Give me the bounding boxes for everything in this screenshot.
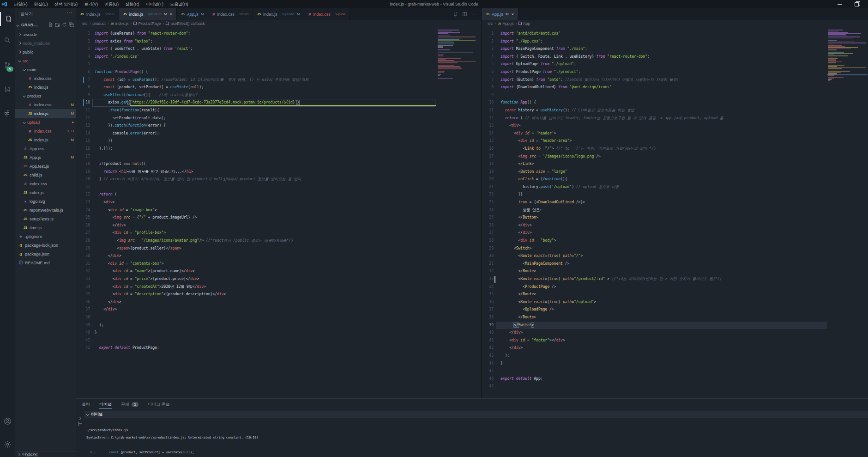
code-line[interactable]: 32 </Route> <box>482 268 827 275</box>
code-line[interactable]: 21 <box>76 183 436 191</box>
code-line[interactable]: 29 <Switch> <box>482 245 827 253</box>
code-line[interactable]: 39 </Switch> <box>482 322 827 329</box>
breadcrumb-item[interactable]: useEffect() callback <box>170 21 205 26</box>
code-line[interactable]: 24 <div id = "image-box"> <box>76 207 436 214</box>
code-line[interactable]: 42 export default ProductPage; <box>76 344 436 352</box>
code-line[interactable]: 24 상품 업로드 <box>482 207 827 214</box>
code-line[interactable]: 35 </Route> <box>482 291 827 299</box>
code-line[interactable]: 14 console.error(error); <box>76 130 436 138</box>
breadcrumb-item[interactable]: App.js <box>503 21 514 26</box>
tab-App.js[interactable]: JSApp.jsM× <box>482 8 518 20</box>
tree-item-index.css[interactable]: #index.css <box>15 74 76 83</box>
menu-item-0[interactable]: 파일(F) <box>11 0 31 8</box>
code-line[interactable]: 32 <div id = "name">{product.name}</div> <box>76 268 436 275</box>
code-line[interactable]: 27 </div> <box>482 229 827 237</box>
tree-item-package.json[interactable]: {}package.json <box>15 250 76 258</box>
run-debug-icon[interactable] <box>0 82 15 96</box>
menu-item-6[interactable]: 터미널(T) <box>143 0 167 8</box>
code-line[interactable]: 2import axios from "axios"; <box>76 38 436 46</box>
tab-index.css[interactable]: #index.css...\uploa <box>304 8 350 20</box>
tree-item-App.css[interactable]: #App.css <box>15 144 76 153</box>
code-line[interactable]: 38 </Route> <box>482 314 827 322</box>
code-line[interactable]: 46export default App; <box>482 375 827 383</box>
tree-item-time.js[interactable]: JStime.js <box>15 223 76 232</box>
code-line[interactable]: 39 ); <box>76 322 436 329</box>
panel-tab-문제[interactable]: 문제3 <box>121 399 139 410</box>
code-line[interactable]: 7 const {id} = useParams(); //useParams:… <box>76 76 436 84</box>
close-icon[interactable]: × <box>512 12 514 17</box>
code-line[interactable]: 9 useEffect(function(){ //왜 state사용할까? <box>76 91 436 99</box>
tree-item-README.md[interactable]: ⓘREADME.md <box>15 258 76 267</box>
code-line[interactable]: 31 <MainPageComponent /> <box>482 260 827 268</box>
code-line[interactable]: 20 } // axios가 비동기 처리이기에, 정보를 받기 전 produ… <box>76 176 436 183</box>
code-line[interactable]: 47 <box>482 383 827 390</box>
code-line[interactable]: 3import { useEffect , useState} from 're… <box>76 45 436 53</box>
code-line[interactable]: 9 <box>482 91 827 99</box>
breadcrumb-item[interactable]: product <box>92 21 105 26</box>
code-line[interactable]: 11 .then(function(result){ <box>76 107 436 115</box>
code-line[interactable]: 34 <div id = "createdAt">2020년 12월 8일</d… <box>76 283 436 291</box>
code-line[interactable]: 14 <div id = 'header'> <box>482 130 827 138</box>
minimap-left[interactable] <box>436 27 477 128</box>
tab-index.js[interactable]: JSindex.js...\uploadM <box>253 8 304 20</box>
code-line[interactable]: 18 if(product === null){ <box>76 160 436 168</box>
code-line[interactable]: 19 <Button size = "large" <box>482 168 827 176</box>
code-line[interactable]: 6function ProductPage() { <box>76 68 436 76</box>
tab-index.css[interactable]: #index.css...\main <box>208 8 253 20</box>
restore-icon[interactable] <box>855 2 859 6</box>
code-line[interactable]: 1import 'antd/dist/antd.css' <box>482 30 827 38</box>
code-editor-left[interactable]: 1import {useParams} from "react-router-d… <box>76 27 436 398</box>
tree-item-index.js[interactable]: JSindex.jsM <box>15 109 76 118</box>
new-file-icon[interactable] <box>48 22 53 27</box>
breadcrumb-item[interactable]: src <box>82 21 87 26</box>
explorer-more-icon[interactable]: ··· <box>66 10 72 15</box>
code-line[interactable]: 27 <div id = "profile-box"> <box>76 229 436 237</box>
tree-item-package-lock.json[interactable]: {}package-lock.json <box>15 241 76 250</box>
panel-tab-디버그 콘솔[interactable]: 디버그 콘솔 <box>148 399 170 410</box>
code-editor-right[interactable]: 1import 'antd/dist/antd.css'2import "./A… <box>482 27 827 398</box>
code-line[interactable]: 8import {DownloadOutlined} from "@ant-de… <box>482 84 827 91</box>
tree-item-reportWebVitals.js[interactable]: JSreportWebVitals.js <box>15 206 76 214</box>
code-line[interactable]: 40} <box>76 329 436 337</box>
editor-more-icon[interactable]: ··· <box>471 12 477 17</box>
code-line[interactable]: 17 <box>76 153 436 161</box>
code-line[interactable]: 19 return <h1>상품 정보를 받고 있습니다...</h1> <box>76 168 436 176</box>
panel-tab-터미널[interactable]: 터미널 <box>99 399 112 410</box>
breadcrumb-item[interactable]: index.js <box>115 21 129 26</box>
code-line[interactable]: 38 <box>76 314 436 322</box>
code-line[interactable]: 7import {Button} from "antd"; //antd에 들어… <box>482 76 827 84</box>
code-line[interactable]: 21 history.push('/upload') // upload 창으로… <box>482 183 827 191</box>
tree-item-public[interactable]: public <box>15 48 76 56</box>
code-line[interactable]: 5import UploadPage from "./upload"; <box>482 61 827 68</box>
breadcrumb-item[interactable]: App <box>523 21 530 26</box>
terminal-section-header[interactable]: 터미널 <box>84 411 868 418</box>
menu-item-4[interactable]: 이동(G) <box>101 0 122 8</box>
code-line[interactable]: 40 </div> <box>482 329 827 337</box>
split-editor-icon[interactable] <box>462 12 467 17</box>
code-line[interactable]: 20 onClick = {function(){ <box>482 176 827 183</box>
code-line[interactable]: 23 <div> <box>76 199 436 207</box>
code-line[interactable]: 25 <img src = {"/" + product.imageUrl} /… <box>76 214 436 222</box>
code-line[interactable]: 29 <span>{product.seller}</span> <box>76 245 436 253</box>
tree-item-src[interactable]: src <box>15 56 76 65</box>
code-line[interactable]: 30 <Route exact={true} path="/"> <box>482 252 827 260</box>
tree-item-App.test.js[interactable]: JSApp.test.js <box>15 162 76 171</box>
tree-item-index.css[interactable]: #index.css3, U <box>15 127 76 135</box>
code-line[interactable]: 26 </div> <box>76 222 436 230</box>
code-line[interactable]: 16 },[]); <box>76 145 436 153</box>
menu-item-1[interactable]: 편집(E) <box>31 0 51 8</box>
code-line[interactable]: 4import { Switch, Route, Link , useHisto… <box>482 53 827 61</box>
code-line[interactable]: 15 }) <box>76 137 436 145</box>
code-line[interactable]: 33 <div id = "price">{product.price}</di… <box>76 275 436 283</box>
collapse-all-icon[interactable] <box>69 22 74 27</box>
code-line[interactable]: 15 <div id = "header-area"> <box>482 137 827 145</box>
workspace-section[interactable]: GRAB-... <box>15 21 76 29</box>
code-line[interactable]: 8 const [product, setProduct] = useState… <box>76 84 436 91</box>
compare-changes-icon[interactable] <box>453 12 458 17</box>
code-line[interactable]: 31 <div id = "contents-box"> <box>76 260 436 268</box>
settings-gear-icon[interactable] <box>0 437 15 451</box>
code-line[interactable]: 4import './index.css' <box>76 53 436 61</box>
code-line[interactable]: 18 </Link> <box>482 160 827 168</box>
code-line[interactable]: 5 <box>76 61 436 68</box>
tree-item-main[interactable]: main <box>15 65 76 74</box>
